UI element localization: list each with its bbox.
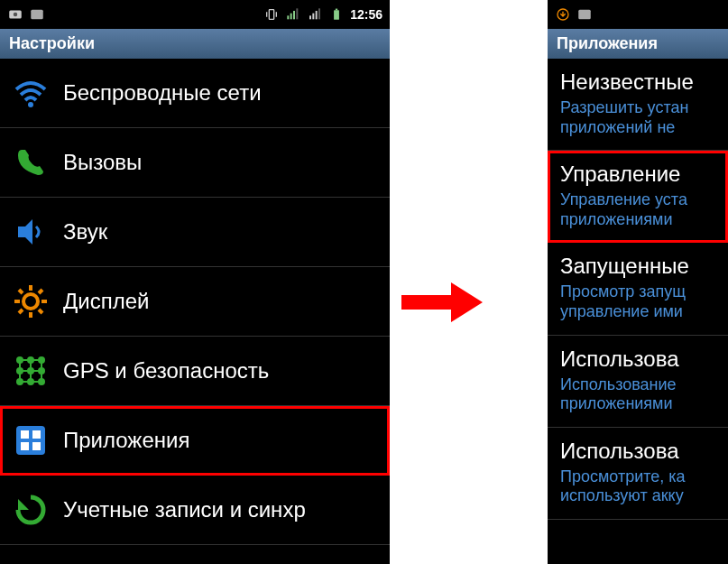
svg-rect-47 — [578, 10, 591, 20]
download-icon — [555, 6, 571, 23]
apps-item-sub: Использование — [560, 375, 715, 395]
svg-rect-2 — [31, 10, 43, 20]
settings-item-apps[interactable]: Приложения — [0, 406, 390, 476]
apps-item-sub: приложениями — [560, 210, 715, 230]
apps-item-usage-storage[interactable]: Использова Использование приложениями — [548, 336, 728, 428]
svg-line-24 — [39, 290, 42, 293]
apps-item-sub: управление ими — [560, 302, 715, 322]
settings-item-accounts[interactable]: Учетные записи и синхр — [0, 476, 390, 545]
apps-item-sub: используют акку — [560, 486, 715, 506]
settings-list: Беспроводные сети Вызовы Звук Дисплей GP — [0, 59, 390, 545]
apps-item-title: Использова — [560, 439, 715, 464]
phone-icon — [13, 144, 49, 180]
svg-rect-6 — [288, 15, 290, 19]
apps-item-title: Неизвестные — [560, 69, 715, 95]
signal-icon — [285, 6, 301, 23]
svg-point-16 — [28, 102, 33, 107]
svg-rect-42 — [21, 430, 29, 439]
apps-item-title: Использова — [560, 347, 715, 372]
camera-icon — [7, 6, 23, 23]
settings-item-label: Учетные записи и синхр — [63, 497, 306, 522]
right-phone-screen: Приложения Неизвестные Разрешить устан п… — [548, 0, 728, 564]
wifi-signal-icon — [307, 6, 323, 23]
svg-rect-3 — [270, 10, 274, 20]
page-title: Приложения — [548, 29, 728, 59]
svg-rect-15 — [336, 9, 337, 11]
arrow-right-icon — [397, 280, 487, 325]
settings-item-calls[interactable]: Вызовы — [0, 128, 390, 198]
settings-item-label: Вызовы — [63, 150, 142, 175]
photo-icon — [576, 6, 593, 23]
settings-item-gps[interactable]: GPS и безопасность — [0, 337, 390, 406]
apps-item-sub: приложениями — [560, 394, 715, 414]
apps-list: Неизвестные Разрешить устан приложений н… — [548, 59, 728, 520]
svg-rect-43 — [32, 430, 41, 439]
apps-item-sub: Разрешить устан — [560, 98, 715, 118]
svg-rect-10 — [309, 15, 311, 19]
svg-rect-41 — [16, 426, 45, 455]
apps-item-usage-battery[interactable]: Использова Просмотрите, ка используют ак… — [548, 428, 728, 520]
apps-item-sub: Просмотр запущ — [560, 282, 715, 302]
speaker-icon — [13, 214, 49, 250]
settings-item-label: Звук — [63, 219, 107, 245]
svg-point-17 — [23, 294, 38, 309]
status-time: 12:56 — [350, 7, 382, 22]
svg-rect-9 — [297, 8, 299, 19]
apps-item-title: Запущенные — [560, 254, 715, 279]
svg-line-23 — [39, 310, 42, 313]
svg-line-22 — [19, 290, 23, 293]
svg-rect-14 — [334, 10, 339, 19]
svg-rect-12 — [316, 11, 318, 19]
apps-item-sub: Просмотрите, ка — [560, 467, 715, 487]
settings-item-display[interactable]: Дисплей — [0, 267, 390, 337]
svg-point-1 — [14, 13, 18, 17]
apps-item-sub: приложений не — [560, 118, 715, 138]
battery-icon — [328, 6, 345, 23]
svg-rect-7 — [290, 14, 292, 20]
photo-icon — [29, 6, 45, 23]
svg-rect-45 — [32, 442, 41, 450]
settings-item-label: Приложения — [63, 428, 189, 453]
sync-icon — [13, 492, 49, 528]
arrow-container — [390, 0, 493, 325]
settings-item-label: Беспроводные сети — [63, 80, 262, 106]
apps-item-running[interactable]: Запущенные Просмотр запущ управление ими — [548, 243, 728, 335]
svg-rect-11 — [313, 14, 315, 20]
svg-rect-13 — [318, 8, 320, 19]
apps-item-manage[interactable]: Управление Управление уста приложениями — [548, 151, 728, 243]
status-bar: 12:56 — [0, 0, 390, 29]
left-phone-screen: 12:56 Настройки Беспроводные сети Вызовы… — [0, 0, 390, 564]
page-title: Настройки — [0, 29, 390, 59]
apps-item-sub: Управление уста — [560, 190, 715, 210]
settings-item-label: Дисплей — [63, 289, 149, 314]
settings-item-wireless[interactable]: Беспроводные сети — [0, 59, 390, 128]
gear-icon — [13, 283, 49, 319]
apps-item-unknown[interactable]: Неизвестные Разрешить устан приложений н… — [548, 59, 728, 151]
status-bar — [548, 0, 728, 29]
settings-item-sound[interactable]: Звук — [0, 198, 390, 267]
svg-rect-8 — [293, 11, 295, 19]
vibrate-icon — [263, 6, 280, 23]
grid-icon — [13, 353, 49, 389]
apps-icon — [13, 422, 49, 458]
apps-item-title: Управление — [560, 162, 715, 187]
wifi-icon — [13, 75, 49, 111]
settings-item-label: GPS и безопасность — [63, 358, 269, 384]
svg-line-25 — [19, 310, 23, 313]
svg-rect-44 — [21, 442, 29, 450]
